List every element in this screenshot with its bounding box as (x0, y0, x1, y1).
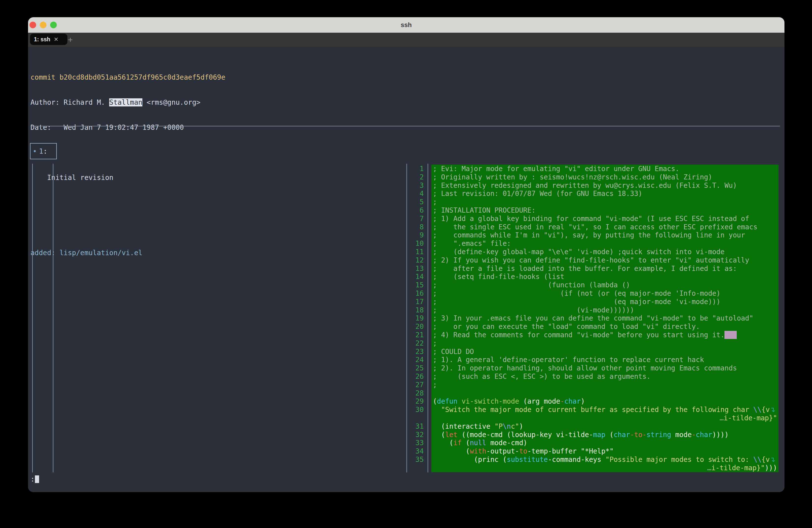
blank-line (30, 224, 225, 232)
code-row: ; (431, 198, 779, 206)
tab-ssh[interactable]: 1: ssh ✕ (30, 34, 67, 45)
line-number: 3 (403, 181, 424, 190)
commit-date-line: Date: Wed Jan 7 19:02:47 1987 +0000 (30, 123, 225, 132)
pager-prompt[interactable]: : (30, 475, 39, 483)
line-wrap-icon: ↴ (770, 455, 775, 464)
file-added-line: added: lisp/emulation/vi.el (30, 249, 225, 257)
line-number: 10 (403, 239, 424, 248)
diff-added-pane: ; Evi: Major mode for emulating "vi" edi… (431, 165, 779, 472)
code-row: ; 4) Read the comments for command "vi-m… (431, 331, 779, 339)
line-number: 30 (403, 406, 424, 414)
code-row: (princ (substitute-command-keys "Possibl… (431, 455, 779, 464)
code-row: (defun vi-switch-mode (arg mode-char) (431, 397, 779, 406)
window-title: ssh (28, 17, 784, 33)
line-number: 22 (403, 339, 424, 348)
tab-bar: 1: ssh ✕ + (28, 33, 784, 47)
trailing-whitespace-marker (724, 331, 737, 339)
code-row: ; (function (lambda () (431, 281, 779, 289)
hunk-line-number: 1: (39, 147, 47, 155)
blank-line (30, 148, 225, 157)
code-row: ; (setq find-file-hooks (list (431, 273, 779, 281)
tab-label: 1: ssh (34, 36, 50, 43)
right-pane-gutter-border-right (427, 164, 428, 472)
file-separator-rule (30, 126, 780, 126)
terminal-window: ssh 1: ssh ✕ + commit b20cd8dbd051aa5612… (28, 17, 784, 492)
code-row: (let ((mode-cmd (lookup-key vi-tilde-map… (431, 431, 779, 439)
line-number: 20 (403, 323, 424, 331)
code-row: ; COULD DO (431, 348, 779, 356)
line-number: 21 (403, 331, 424, 339)
line-wrap-icon: ↴ (770, 406, 775, 414)
code-row: ; (define-key global-map "\e\e" 'vi-mode… (431, 248, 779, 256)
code-row: ; commands while I'm in "vi"), say, by p… (431, 231, 779, 239)
commit-message: Initial revision (30, 174, 225, 182)
code-row: ; 2). In operator handling, should allow… (431, 364, 779, 372)
line-number (403, 414, 424, 422)
code-row: ; (431, 381, 779, 389)
code-row: ; after a file is loaded into the buffer… (431, 264, 779, 273)
line-number: 34 (403, 447, 424, 455)
code-row: ; (if (not (or (eq major-mode 'Info-mode… (431, 289, 779, 298)
line-number: 5 (403, 198, 424, 206)
line-number: 26 (403, 372, 424, 381)
line-number: 12 (403, 256, 424, 264)
line-number: 1 (403, 165, 424, 173)
code-row: ; Evi: Major mode for emulating "vi" edi… (431, 165, 779, 173)
line-number: 7 (403, 215, 424, 223)
line-number: 29 (403, 397, 424, 406)
line-number: 25 (403, 364, 424, 372)
pager-prompt-colon: : (30, 475, 35, 483)
left-pane-gutter-border-left (32, 164, 33, 472)
window-titlebar[interactable]: ssh (28, 17, 784, 33)
commit-header: commit b20cd8dbd051aa561257df965c0d3eaef… (30, 57, 225, 274)
code-row: ; (431, 339, 779, 348)
terminal-content: commit b20cd8dbd051aa561257df965c0d3eaef… (28, 47, 784, 492)
line-number (403, 464, 424, 472)
code-row: ; INSTALLATION PROCEDURE: (431, 206, 779, 215)
tab-close-icon[interactable]: ✕ (54, 36, 58, 42)
code-row: ; (vi-mode)))))) (431, 306, 779, 314)
code-row: ; the single ESC used in real "vi", so I… (431, 223, 779, 231)
code-row: ; (such as ESC <, ESC >) to be used as a… (431, 372, 779, 381)
line-number: 17 (403, 298, 424, 306)
code-row: (interactive "P\nc") (431, 422, 779, 431)
line-number: 31 (403, 422, 424, 431)
code-row: ; (eq major-mode 'vi-mode))) (431, 298, 779, 306)
code-row (431, 389, 779, 397)
line-number: 18 (403, 306, 424, 314)
hunk-bullet-icon: • (33, 147, 37, 155)
blank-line (30, 199, 225, 207)
left-pane-gutter-border-right (53, 164, 53, 472)
line-number: 23 (403, 348, 424, 356)
code-row: ; ".emacs" file: (431, 239, 779, 248)
terminal-cursor (35, 475, 39, 483)
hunk-header-box: • 1: (30, 143, 57, 159)
line-number: 15 (403, 281, 424, 289)
line-number: 6 (403, 206, 424, 215)
code-row: "Switch the major mode of current buffer… (431, 406, 779, 414)
line-number: 2 (403, 173, 424, 181)
line-number: 16 (403, 289, 424, 298)
author-prefix: Author: Richard M. (30, 98, 109, 106)
line-number: 32 (403, 431, 424, 439)
screen: ssh 1: ssh ✕ + commit b20cd8dbd051aa5612… (0, 0, 812, 528)
line-number: 14 (403, 273, 424, 281)
line-number: 9 (403, 231, 424, 239)
author-suffix: <rms@gnu.org> (142, 98, 200, 106)
commit-author-line: Author: Richard M. Stallman <rms@gnu.org… (30, 98, 225, 107)
commit-hash-line: commit b20cd8dbd051aa561257df965c0d3eaef… (30, 73, 225, 82)
code-row: ; 2) If you wish you can define "find-fi… (431, 256, 779, 264)
line-number: 11 (403, 248, 424, 256)
author-highlight: Stallman (109, 98, 142, 106)
line-number: 4 (403, 190, 424, 198)
line-number: 35 (403, 455, 424, 464)
code-row: ; Originally written by : seismo!wucs!nz… (431, 173, 779, 181)
line-number-gutter: 1234567891011121314151617181920212223242… (403, 165, 424, 472)
code-row: ; Extensively redesigned and rewritten b… (431, 181, 779, 190)
code-row: (if (null mode-cmd) (431, 439, 779, 447)
line-number: 33 (403, 439, 424, 447)
code-row: ; Last revision: 01/07/87 Wed (for GNU E… (431, 190, 779, 198)
line-number: 13 (403, 264, 424, 273)
code-row: ; 1). A general 'define-operator' functi… (431, 356, 779, 364)
new-tab-button[interactable]: + (65, 33, 76, 47)
